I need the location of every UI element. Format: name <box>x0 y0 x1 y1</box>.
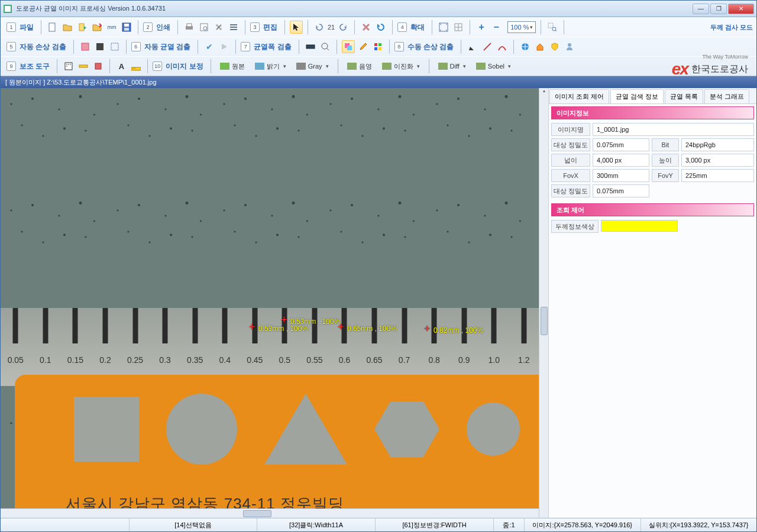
menu-crack-width[interactable]: 균열폭 검출 <box>254 42 291 52</box>
svg-rect-20 <box>548 23 553 28</box>
svg-rect-8 <box>187 24 192 27</box>
color-chip-icon[interactable] <box>371 40 384 53</box>
side-panel: 이미지 조회 제어균열 검색 정보균열 목록분석 그래프 이미지정보 이미지명 … <box>548 88 756 518</box>
ruler-icon[interactable] <box>77 60 90 73</box>
svg-rect-26 <box>306 45 315 48</box>
menu-edit[interactable]: 편집 <box>263 22 277 33</box>
menu-file[interactable]: 파일 <box>20 22 34 33</box>
open-icon[interactable] <box>61 21 74 34</box>
hotkey-7: 7 <box>241 42 250 51</box>
mm-icon[interactable]: mm <box>105 21 118 34</box>
menu-image-correction[interactable]: 이미지 보정 <box>166 61 203 72</box>
actual-size-icon[interactable] <box>452 21 465 34</box>
print-preview-icon[interactable] <box>198 21 211 34</box>
curve-icon[interactable] <box>496 40 509 53</box>
shield-icon[interactable] <box>548 40 561 53</box>
svg-point-37 <box>568 43 571 47</box>
pen-icon[interactable] <box>466 40 479 53</box>
line-icon[interactable] <box>481 40 494 53</box>
user-icon[interactable] <box>563 40 576 53</box>
tab-2[interactable]: 균열 목록 <box>665 89 703 103</box>
export-icon[interactable] <box>76 21 89 34</box>
hotkey-3: 3 <box>250 22 260 32</box>
grid-icon[interactable] <box>62 60 75 73</box>
shape-small-circle <box>467 403 520 456</box>
zoom-select[interactable]: 100 %▾ <box>507 21 536 33</box>
v-scroll-thumb[interactable] <box>541 307 548 335</box>
menu-auto-crack[interactable]: 자동 균열 검출 <box>144 42 191 52</box>
menu-zoom[interactable]: 확대 <box>410 22 425 33</box>
globe-icon[interactable] <box>519 40 532 53</box>
original-button[interactable]: 원본 <box>216 60 249 73</box>
refresh-icon[interactable] <box>374 21 387 34</box>
brightness-button[interactable]: 밝기▾ <box>251 60 290 73</box>
status-bar: [14]선택없음 [32]클릭:Width11A [61]정보변경:FWIDTH… <box>1 518 756 531</box>
mask-icon[interactable] <box>93 40 106 53</box>
rotate-left-icon[interactable] <box>313 21 326 34</box>
v-scrollbar[interactable]: ▴ <box>539 88 548 518</box>
region-icon[interactable] <box>108 40 121 53</box>
h-scrollbar[interactable] <box>1 508 539 518</box>
zoom-region-icon[interactable] <box>546 21 559 34</box>
save-icon[interactable] <box>120 21 133 34</box>
maximize-button[interactable]: ❐ <box>710 4 727 14</box>
eyedrop-icon[interactable] <box>92 60 105 73</box>
close-button[interactable]: ✕ <box>728 4 754 14</box>
hotkey-1: 1 <box>7 22 16 32</box>
titlebar[interactable]: 도로공사 균열 이미지 프로세싱 Version 1.0.6.34731 — ❐… <box>1 1 756 17</box>
print-icon[interactable] <box>183 21 196 34</box>
thickness-mode-label[interactable]: 두께 검사 모드 <box>710 23 753 32</box>
negative-button[interactable]: 음영 <box>343 60 376 73</box>
run-detect-icon[interactable] <box>79 40 92 53</box>
tab-0[interactable]: 이미지 조회 제어 <box>549 89 609 103</box>
k-bit: Bit <box>652 138 679 151</box>
pointer-icon[interactable] <box>290 21 303 34</box>
svg-rect-53 <box>438 63 448 70</box>
play-icon[interactable] <box>218 40 231 53</box>
tab-1[interactable]: 균열 검색 정보 <box>610 89 664 103</box>
thickness-color-picker[interactable] <box>601 220 678 232</box>
toolbars: 1 파일 mm 2 인쇄 <box>1 17 756 76</box>
width-tool2-icon[interactable] <box>319 40 332 53</box>
minimize-button[interactable]: — <box>693 4 709 14</box>
hotkey-8: 8 <box>394 42 404 51</box>
svg-rect-44 <box>95 63 101 69</box>
toolbar-row-2: 5 자동 손상 검출 6 자동 균열 검출 ✔ 7 균열폭 검출 <box>1 37 756 56</box>
overlay-toggle-icon[interactable] <box>342 40 355 53</box>
width-tool1-icon[interactable] <box>304 40 317 53</box>
menu-print[interactable]: 인쇄 <box>156 22 170 33</box>
accept-icon[interactable]: ✔ <box>203 40 216 53</box>
zoom-out-icon[interactable]: − <box>490 21 503 34</box>
menu-manual-damage[interactable]: 수동 손상 검출 <box>407 42 454 52</box>
diff-button[interactable]: Diff▾ <box>434 61 470 72</box>
settings-icon[interactable] <box>212 21 225 34</box>
image-viewport[interactable]: 0.050.10.150.20.250.30.350.40.450.50.550… <box>1 88 539 518</box>
svg-rect-13 <box>230 24 237 25</box>
delete-icon[interactable] <box>360 21 373 34</box>
tab-3[interactable]: 분석 그래프 <box>704 89 749 103</box>
svg-rect-54 <box>476 63 486 70</box>
fit-icon[interactable] <box>437 21 450 34</box>
measure-icon[interactable] <box>130 60 143 73</box>
status-real-pos: 실위치:{X=193.3922, Y=153.7437} <box>641 518 757 531</box>
rotate-right-icon[interactable] <box>337 21 350 34</box>
menu-aux[interactable]: 보조 도구 <box>20 61 50 72</box>
text-icon[interactable]: A <box>115 60 128 73</box>
k-target-res2: 대상 정밀도 <box>551 184 590 197</box>
import-icon[interactable] <box>90 21 103 34</box>
svg-rect-51 <box>347 63 357 70</box>
svg-rect-50 <box>296 63 306 70</box>
zoom-in-icon[interactable]: + <box>475 21 488 34</box>
home-icon[interactable] <box>533 40 546 53</box>
color-picker-icon[interactable] <box>357 40 370 53</box>
gray-button[interactable]: Gray▾ <box>292 61 333 72</box>
new-icon[interactable] <box>46 21 59 34</box>
sobel-button[interactable]: Sobel▾ <box>472 61 515 72</box>
toolbar-row-3: 9 보조 도구 A 10 이미지 보정 원본 밝기▾ <box>1 56 756 76</box>
binarize-button[interactable]: 이진화▾ <box>378 60 424 73</box>
h-scroll-thumb[interactable] <box>243 510 271 517</box>
svg-rect-1 <box>5 6 11 12</box>
list-icon[interactable] <box>227 21 240 34</box>
menu-auto-damage[interactable]: 자동 손상 검출 <box>20 42 66 52</box>
app-window: 도로공사 균열 이미지 프로세싱 Version 1.0.6.34731 — ❐… <box>0 0 757 532</box>
